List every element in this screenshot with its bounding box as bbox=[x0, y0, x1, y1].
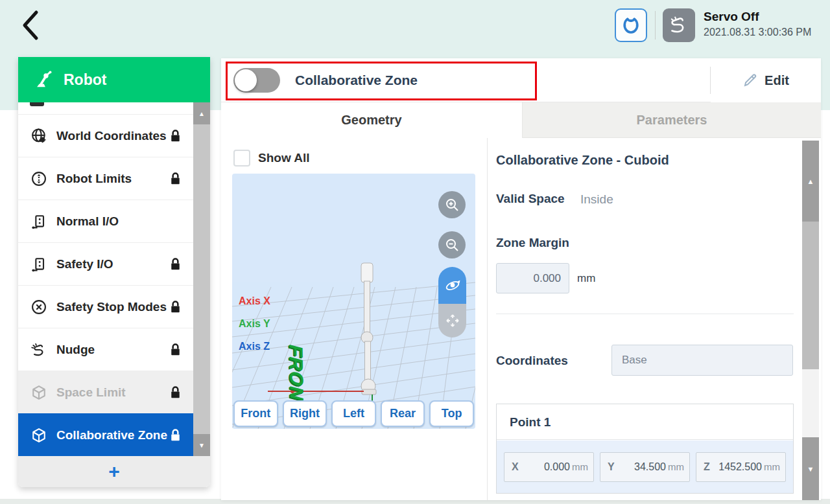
valid-space-label: Valid Space bbox=[496, 192, 565, 206]
axis-unit: mm bbox=[668, 461, 684, 472]
lock-icon bbox=[168, 171, 183, 187]
lock-icon bbox=[168, 257, 183, 273]
sidebar-item-robot-limits[interactable]: Robot Limits bbox=[18, 157, 193, 200]
view-top-button[interactable]: Top bbox=[429, 400, 474, 427]
zoom-out-icon bbox=[444, 237, 460, 253]
scrollbar-track[interactable] bbox=[802, 369, 819, 437]
point1-z-field[interactable]: Z 1452.500 mm bbox=[696, 452, 786, 482]
chevron-left-icon bbox=[17, 8, 47, 42]
sidebar-list: World Coordinates Robot Limits bbox=[18, 102, 210, 456]
back-button[interactable] bbox=[17, 8, 47, 43]
scrollbar-track[interactable] bbox=[193, 124, 210, 434]
topbar-divider bbox=[655, 11, 656, 40]
show-all-checkbox-row[interactable]: Show All bbox=[233, 150, 310, 166]
timestamp: 2021.08.31 3:00:36 PM bbox=[704, 27, 811, 38]
point1-fields-row: X 0.000 mm Y 34.500 mm Z 1452.500 mm bbox=[497, 441, 793, 493]
sidebar-item-world-coordinates[interactable]: World Coordinates bbox=[18, 114, 193, 157]
view-left-button[interactable]: Left bbox=[331, 400, 376, 427]
sidebar-item-nudge[interactable]: Nudge bbox=[18, 328, 193, 371]
axis-value: 34.500 bbox=[634, 461, 666, 473]
show-all-checkbox[interactable] bbox=[233, 150, 250, 166]
scrollbar-thumb[interactable] bbox=[802, 222, 819, 369]
edit-button[interactable]: Edit bbox=[711, 58, 821, 102]
point1-x-field[interactable]: X 0.000 mm bbox=[504, 452, 594, 482]
column-divider bbox=[487, 138, 488, 500]
collaborative-zone-toggle-label: Collaborative Zone bbox=[295, 58, 418, 102]
coordinates-select[interactable]: Base bbox=[611, 345, 793, 376]
pencil-icon bbox=[742, 73, 758, 88]
zone-margin-label: Zone Margin bbox=[496, 236, 569, 250]
sidebar-item-safety-io[interactable]: Safety I/O bbox=[18, 242, 193, 285]
stop-modes-icon bbox=[30, 298, 48, 316]
valid-space-value: Inside bbox=[580, 192, 613, 207]
orbit-icon bbox=[444, 277, 462, 295]
panel-header: Collaborative Zone Edit bbox=[221, 58, 821, 102]
view-buttons-row: Front Right Left Rear Top bbox=[233, 400, 474, 427]
top-bar: Servo Off 2021.08.31 3:00:36 PM bbox=[0, 0, 830, 58]
point1-y-field[interactable]: Y 34.500 mm bbox=[600, 452, 690, 482]
sidebar-item-label: Robot Limits bbox=[56, 172, 132, 186]
world-coordinates-icon bbox=[30, 127, 48, 145]
view-right-button[interactable]: Right bbox=[283, 400, 327, 427]
zone-margin-input[interactable]: 0.000 bbox=[496, 263, 569, 293]
sidebar-title: Robot bbox=[64, 71, 106, 89]
collaborative-zone-toggle[interactable] bbox=[233, 68, 280, 93]
lock-icon bbox=[168, 428, 183, 444]
axis-y-label: Axis Y bbox=[239, 318, 270, 330]
axis-letter: Z bbox=[704, 461, 710, 473]
scroll-up-button[interactable]: ▲ bbox=[193, 102, 210, 124]
cube-icon bbox=[30, 384, 48, 402]
axis-x-label: Axis X bbox=[239, 295, 270, 307]
sidebar-item-label: Safety I/O bbox=[56, 257, 113, 271]
lock-icon bbox=[168, 385, 183, 401]
cube-icon bbox=[30, 426, 48, 444]
gripper-icon bbox=[621, 15, 641, 36]
robot-arm-icon bbox=[32, 69, 54, 91]
3d-viewport[interactable]: Axis X Axis Y Axis Z FRONT bbox=[232, 174, 475, 429]
sidebar-item-label: World Coordinates bbox=[56, 129, 167, 143]
sidebar-item-partial bbox=[18, 102, 210, 114]
main-panel: Collaborative Zone Edit Geometry Paramet… bbox=[221, 58, 821, 500]
orbit-rotate-button[interactable] bbox=[438, 267, 466, 304]
axis-value: 1452.500 bbox=[718, 461, 762, 473]
zoom-in-button[interactable] bbox=[438, 191, 466, 218]
axis-unit: mm bbox=[572, 461, 588, 472]
nudge-icon bbox=[30, 341, 48, 359]
zone-type-title: Collaborative Zone - Cuboid bbox=[496, 153, 669, 168]
sidebar-item-space-limit[interactable]: Space Limit bbox=[18, 371, 193, 413]
pan-move-button[interactable] bbox=[438, 304, 466, 338]
scroll-down-button[interactable]: ▼ bbox=[802, 437, 819, 500]
add-menu-button[interactable]: + bbox=[18, 456, 210, 487]
view-front-button[interactable]: Front bbox=[233, 400, 278, 427]
sidebar-item-normal-io[interactable]: Normal I/O bbox=[18, 200, 193, 242]
sidebar-header-robot[interactable]: Robot bbox=[18, 57, 210, 102]
axis-letter: X bbox=[512, 461, 519, 473]
scroll-up-button[interactable]: ▲ bbox=[802, 141, 819, 222]
tab-geometry[interactable]: Geometry bbox=[221, 102, 522, 138]
sidebar-item-label: Normal I/O bbox=[56, 214, 119, 229]
sidebar-item-safety-stop-modes[interactable]: Safety Stop Modes bbox=[18, 285, 193, 328]
sidebar-item-label: Safety Stop Modes bbox=[56, 300, 167, 314]
gripper-tool-button[interactable] bbox=[615, 8, 647, 42]
view-rear-button[interactable]: Rear bbox=[381, 400, 425, 427]
axis-z-label: Axis Z bbox=[239, 341, 270, 352]
io-icon bbox=[30, 255, 48, 273]
tab-bar: Geometry Parameters bbox=[221, 102, 821, 138]
pan-arrows-icon bbox=[444, 312, 461, 329]
io-icon bbox=[30, 212, 48, 231]
scroll-down-button[interactable]: ▼ bbox=[193, 434, 210, 456]
zoom-out-button[interactable] bbox=[438, 231, 466, 258]
edit-button-label: Edit bbox=[765, 73, 789, 88]
show-all-label: Show All bbox=[258, 151, 310, 165]
details-scrollbar[interactable]: ▲ ▼ bbox=[802, 141, 819, 500]
tab-parameters[interactable]: Parameters bbox=[522, 102, 821, 138]
sidebar-item-collaborative-zone[interactable]: Collaborative Zone bbox=[18, 413, 193, 456]
servo-status: Servo Off bbox=[704, 10, 759, 24]
section-divider bbox=[496, 314, 794, 314]
sidebar-item-label: Space Limit bbox=[56, 385, 126, 400]
point1-title: Point 1 bbox=[497, 404, 793, 440]
manual-mode-badge[interactable] bbox=[663, 8, 695, 42]
sidebar-scrollbar[interactable]: ▲ ▼ bbox=[193, 102, 210, 456]
robot-limits-icon bbox=[30, 170, 48, 188]
axis-unit: mm bbox=[764, 461, 780, 472]
